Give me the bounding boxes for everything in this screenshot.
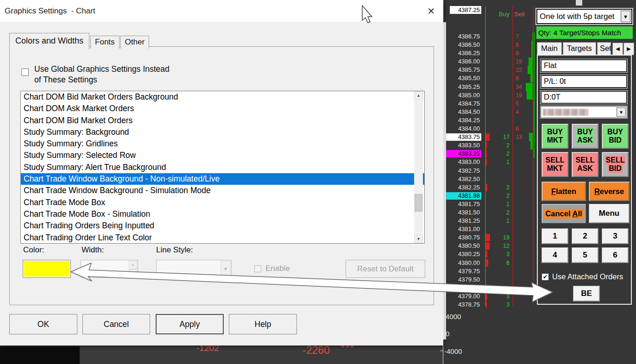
reset-to-default-button[interactable]: Reset to Default [346, 260, 425, 278]
dom-price-row[interactable]: 4380.253 [446, 250, 536, 258]
dom-price-row[interactable]: 4385.7522 [446, 66, 536, 74]
cancel-all-button[interactable]: Cancel All [542, 204, 586, 223]
spin-up-icon[interactable]: ▲ [129, 261, 137, 269]
graphics-list-item[interactable]: Chart Trade Window Background - Simulati… [21, 185, 424, 196]
checkbox-checked-icon[interactable]: ✔ [542, 273, 549, 281]
qty-button-1[interactable]: 1 [542, 228, 568, 244]
qty-button-2[interactable]: 2 [572, 228, 598, 244]
dom-price-row[interactable]: 4383.252 [446, 150, 536, 158]
tab-settings[interactable]: Set [597, 42, 611, 55]
dom-price-row[interactable]: 4385.2534 [446, 83, 536, 91]
dom-price-row[interactable]: 4382.252 [446, 183, 536, 192]
buy-ask-button[interactable]: BUYASK [572, 124, 598, 149]
dom-price-row[interactable]: 4384.504 [446, 108, 536, 116]
buy-bid-button[interactable]: BUYBID [602, 124, 629, 149]
graphics-list-item[interactable]: Chart Trading Order Line Text Color [21, 232, 424, 244]
graphics-list-item[interactable]: Chart DOM Bid Market Orders [21, 115, 424, 126]
sell-bid-button[interactable]: SELLBID [602, 152, 629, 177]
dom-price-row[interactable]: 4382.75 [446, 167, 536, 175]
graphics-list-item[interactable]: Chart Trade Mode Box - Simulation [21, 208, 424, 220]
dom-price-row[interactable]: 4384.755 [446, 100, 536, 108]
tab-scroll-left-icon[interactable]: ◀ [612, 43, 623, 55]
menu-button[interactable]: Menu [589, 204, 630, 223]
graphics-items-list[interactable]: Chart DOM Bid Market Orders BackgroundCh… [20, 91, 425, 244]
tab-scroll-right-icon[interactable]: ▶ [623, 43, 634, 55]
checkbox-box[interactable] [21, 69, 29, 76]
dom-price-row[interactable]: 4382.50 [446, 175, 536, 183]
chevron-down-icon[interactable]: ▼ [621, 11, 630, 22]
close-icon[interactable]: ✕ [427, 6, 435, 16]
dom-price-row[interactable]: 4379.75 [446, 267, 536, 276]
order-preset-dropdown[interactable]: One lot with 5p target ▼ [536, 9, 632, 24]
flatten-button[interactable]: Flatten [542, 182, 586, 201]
scrollbar-thumb[interactable] [415, 194, 422, 212]
chevron-down-icon[interactable]: ▼ [617, 107, 626, 117]
use-global-settings-checkbox[interactable]: Use Global Graphics Settings Instead of … [21, 64, 170, 85]
tab-colors-and-widths[interactable]: Colors and Widths [9, 33, 89, 49]
dom-price-row[interactable]: 4381.751 [446, 200, 536, 208]
color-swatch[interactable] [23, 260, 71, 278]
dom-price-row[interactable]: 4385.506 [446, 74, 536, 82]
graphics-list-item[interactable]: Chart DOM Bid Market Orders Background [21, 91, 424, 103]
line-style-dropdown[interactable]: ▼ [156, 260, 232, 278]
tab-targets[interactable]: Targets [563, 42, 596, 55]
graphics-list-item[interactable]: Study Summary: Gridlines [21, 138, 424, 150]
checkbox-box[interactable] [254, 265, 261, 272]
scroll-up-icon[interactable]: ▲ [414, 91, 423, 100]
scroll-down-icon[interactable]: ▼ [414, 235, 423, 243]
dom-price-row[interactable]: 4381.251 [446, 217, 536, 225]
dom-price-row[interactable]: 4380.7519 [446, 233, 536, 242]
dom-price-row[interactable]: 4386.0019 [446, 57, 536, 66]
dom-price-row[interactable]: 4380.006 [446, 259, 536, 267]
top-price-cell[interactable]: 4387.25 [450, 6, 481, 14]
apply-button[interactable]: Apply [156, 314, 224, 334]
dom-price-row[interactable]: 4386.757 [446, 32, 536, 41]
qty-button-5[interactable]: 5 [572, 247, 598, 263]
graphics-list-item[interactable]: Study Summary: Selected Row [21, 150, 424, 161]
dom-price-row[interactable]: 4380.5012 [446, 242, 536, 250]
graphics-list-item[interactable]: Chart Trade Mode Box [21, 197, 424, 208]
dom-price-row[interactable]: 4381.982 [446, 192, 536, 200]
dom-price-row[interactable]: 4381.00 [446, 225, 536, 233]
graphics-list-item[interactable]: Chart Trade Window Background - Non-simu… [21, 173, 424, 185]
dom-price-row[interactable]: 4384.25 [446, 116, 536, 125]
dom-price-row[interactable]: 4386.508 [446, 41, 536, 49]
ok-button[interactable]: OK [9, 314, 77, 334]
dom-price-row[interactable]: 4378.753 [446, 301, 536, 309]
qty-button-3[interactable]: 3 [602, 228, 629, 244]
dom-price-row[interactable]: 4379.003 [446, 292, 536, 301]
tab-main[interactable]: Main [537, 42, 562, 55]
dom-price-row[interactable]: 4386.258 [446, 49, 536, 57]
help-button[interactable]: Help [229, 314, 297, 334]
qty-button-6[interactable]: 6 [602, 247, 629, 263]
enable-checkbox[interactable]: Enable [254, 264, 290, 273]
tab-fonts[interactable]: Fonts [90, 36, 120, 49]
list-scrollbar[interactable]: ▲ ▼ [414, 91, 423, 243]
graphics-list-item[interactable]: Study Summary: Alert True Background [21, 162, 424, 173]
graphics-list-item[interactable]: Chart Trading Orders Being Inputted [21, 220, 424, 232]
dom-price-row[interactable]: 4379.252 [446, 284, 536, 292]
be-button[interactable]: BE [573, 286, 600, 301]
use-attached-orders-checkbox[interactable]: ✔ Use Attached Orders [542, 272, 623, 281]
width-spinner[interactable]: ▲ ▼ [81, 260, 138, 278]
dom-price-row[interactable]: 4381.502 [446, 208, 536, 217]
sell-mkt-button[interactable]: SELLMKT [542, 152, 568, 177]
graphics-list-item[interactable]: Study Summary: Background [21, 126, 424, 138]
qty-button-4[interactable]: 4 [542, 247, 568, 263]
buy-mkt-button[interactable]: BUYMKT [542, 124, 568, 149]
reverse-button[interactable]: Reverse [589, 182, 630, 201]
spinner-buttons[interactable]: ▲ ▼ [129, 261, 137, 277]
dom-price-row[interactable]: 4383.001 [446, 158, 536, 166]
dom-price-row[interactable]: 4383.751713 [446, 133, 536, 141]
tab-other[interactable]: Other [120, 36, 150, 49]
account-dropdown[interactable]: ▼ [541, 106, 627, 118]
dialog-titlebar[interactable]: Graphics Settings - Chart ✕ [0, 0, 443, 22]
dom-price-row[interactable]: 4384.006 [446, 125, 536, 133]
chevron-down-icon[interactable]: ▼ [220, 261, 231, 277]
spin-down-icon[interactable]: ▼ [129, 269, 137, 277]
dom-price-row[interactable]: 4383.502 [446, 141, 536, 150]
graphics-list-item[interactable]: Chart DOM Ask Market Orders [21, 103, 424, 114]
dom-price-row[interactable]: 4385.0019 [446, 91, 536, 100]
sell-ask-button[interactable]: SELLASK [572, 152, 598, 177]
dom-price-row[interactable]: 4379.50 [446, 276, 536, 284]
